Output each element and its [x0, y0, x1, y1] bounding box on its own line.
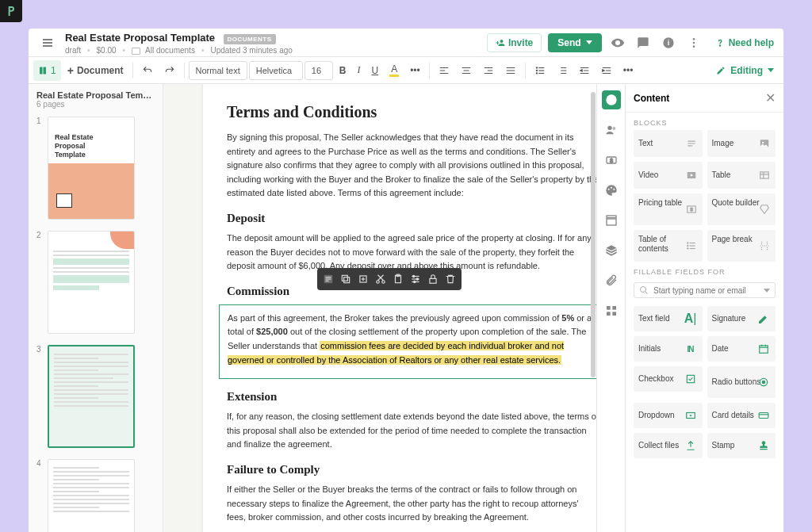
invite-button[interactable]: Invite	[487, 33, 542, 52]
undo-icon[interactable]	[137, 60, 158, 81]
svg-point-69	[613, 189, 615, 190]
eye-icon[interactable]	[608, 33, 627, 52]
underline-button[interactable]: U	[366, 60, 383, 81]
chevron-down-icon	[586, 40, 592, 44]
document-page[interactable]: Terms and Conditions By signing this pro…	[203, 84, 596, 532]
block-text[interactable]: Text	[634, 130, 703, 157]
field-stamp[interactable]: Stamp	[707, 433, 776, 458]
copy-icon[interactable]	[338, 271, 354, 287]
align-left-icon[interactable]	[434, 60, 454, 81]
pages-toggle[interactable]: 1	[33, 60, 61, 81]
document-menu[interactable]: +Document	[63, 60, 128, 81]
variables-icon[interactable]: $	[602, 151, 621, 170]
signature-icon	[756, 312, 771, 326]
font-size-select[interactable]: 16	[304, 61, 333, 80]
block-toc[interactable]: Table of contents	[634, 230, 703, 262]
field-initials[interactable]: InitialsIN	[634, 336, 703, 362]
page-thumbnail[interactable]	[48, 231, 135, 334]
lock-icon[interactable]	[425, 271, 441, 287]
align-justify-icon[interactable]	[500, 60, 521, 81]
hamburger-icon[interactable]	[38, 33, 57, 52]
page-thumbnail[interactable]	[48, 459, 135, 532]
attachment-icon[interactable]	[602, 271, 621, 290]
more-paragraph-icon[interactable]: •••	[619, 60, 638, 81]
formatting-toolbar: 1 +Document Normal text Helvetica 16 B I…	[29, 57, 783, 84]
svg-rect-28	[538, 72, 544, 73]
body-text[interactable]: If either the Seller or the Buyer breaks…	[227, 483, 596, 525]
body-text[interactable]: By signing this proposal, The Seller ack…	[227, 131, 596, 201]
info-icon[interactable]: i	[659, 33, 678, 52]
scrollbar[interactable]	[590, 84, 596, 532]
svg-rect-74	[607, 312, 611, 316]
bold-button[interactable]: B	[335, 60, 351, 81]
paste-icon[interactable]	[390, 271, 406, 287]
svg-rect-99	[687, 375, 694, 382]
numbered-list-icon[interactable]	[552, 60, 573, 81]
style-select[interactable]: Normal text	[189, 61, 247, 80]
topbar: Real Estate Proposal Template DOCUMENTS …	[29, 29, 783, 57]
field-checkbox[interactable]: Checkbox	[634, 366, 703, 392]
field-dropdown[interactable]: Dropdown	[634, 403, 703, 428]
layout-icon[interactable]	[602, 211, 621, 230]
design-icon[interactable]	[602, 181, 621, 200]
body-text[interactable]: The deposit amount will be applied to th…	[227, 232, 596, 274]
svg-point-23	[536, 67, 538, 68]
content-tab-icon[interactable]	[602, 90, 621, 109]
recipient-search[interactable]	[634, 282, 776, 298]
block-image[interactable]: Image	[707, 130, 776, 157]
body-text[interactable]: As part of this agreement, the Broker ta…	[228, 312, 596, 367]
field-date[interactable]: Date	[707, 336, 776, 362]
location-text[interactable]: All documents	[145, 46, 195, 55]
send-button[interactable]: Send	[548, 33, 601, 52]
field-collect-files[interactable]: Collect files	[634, 433, 703, 458]
apps-icon[interactable]	[602, 301, 621, 320]
help-link[interactable]: Need help	[714, 37, 774, 48]
redo-icon[interactable]	[159, 60, 180, 81]
editing-mode-select[interactable]: Editing	[711, 60, 779, 81]
page-thumbnail[interactable]	[48, 345, 135, 448]
recipient-search-input[interactable]	[653, 286, 759, 295]
field-card-details[interactable]: Card details	[707, 403, 776, 428]
comment-icon[interactable]	[634, 33, 653, 52]
settings-icon[interactable]	[408, 271, 423, 287]
bullet-list-icon[interactable]	[530, 60, 550, 81]
italic-button[interactable]: I	[352, 60, 365, 81]
layers-icon[interactable]	[602, 241, 621, 260]
document-title[interactable]: Real Estate Proposal Template	[65, 32, 215, 44]
subheading-extension[interactable]: Extension	[227, 390, 596, 404]
cut-icon[interactable]	[373, 271, 389, 287]
properties-icon[interactable]	[320, 271, 336, 287]
block-quote-builder[interactable]: Quote builder	[707, 193, 776, 225]
block-video[interactable]: Video	[634, 162, 703, 189]
font-select[interactable]: Helvetica	[249, 61, 303, 80]
align-center-icon[interactable]	[456, 60, 477, 81]
more-icon[interactable]	[684, 33, 703, 52]
delete-icon[interactable]	[442, 271, 458, 287]
field-signature[interactable]: Signature	[707, 306, 776, 331]
close-icon[interactable]: ✕	[765, 90, 776, 105]
block-pricing-table[interactable]: Pricing table$	[634, 193, 703, 225]
selected-text-block[interactable]: As part of this agreement, the Broker ta…	[219, 304, 596, 379]
subheading-deposit[interactable]: Deposit	[227, 212, 596, 225]
field-radio[interactable]: Radio buttons	[707, 366, 776, 398]
svg-point-56	[413, 275, 415, 277]
body-text[interactable]: If, for any reason, the closing settleme…	[227, 410, 596, 452]
page-thumbnail[interactable]: Real EstateProposalTemplate	[48, 117, 135, 220]
svg-point-6	[692, 41, 695, 44]
recipients-icon[interactable]	[602, 121, 621, 140]
block-table[interactable]: Table	[707, 162, 776, 189]
fillable-section-label: FILLABLE FIELDS FOR	[626, 262, 783, 279]
heading-terms[interactable]: Terms and Conditions	[227, 103, 596, 121]
block-page-break[interactable]: Page break	[707, 230, 776, 262]
more-format-icon[interactable]: •••	[405, 60, 425, 81]
subheading-failure[interactable]: Failure to Comply	[227, 463, 596, 477]
field-text[interactable]: Text fieldA|	[634, 306, 703, 331]
chevron-down-icon[interactable]	[764, 289, 770, 293]
align-right-icon[interactable]	[478, 60, 499, 81]
text-color-button[interactable]: A	[385, 60, 404, 81]
document-canvas[interactable]: Terms and Conditions By signing this pro…	[163, 84, 596, 532]
svg-rect-59	[430, 278, 436, 283]
indent-left-icon[interactable]	[574, 60, 595, 81]
indent-right-icon[interactable]	[596, 60, 617, 81]
duplicate-icon[interactable]	[355, 271, 371, 287]
